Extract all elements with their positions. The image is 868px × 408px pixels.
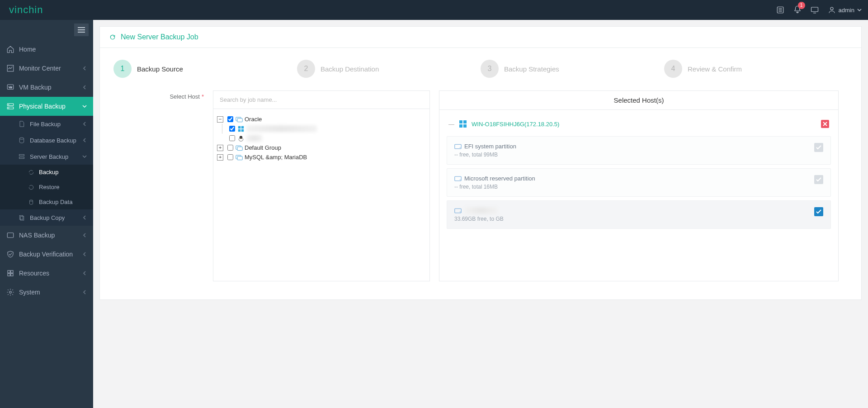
close-icon [823, 122, 827, 126]
remove-host-button[interactable] [821, 120, 829, 128]
sidebar-item-vm[interactable]: VM VM Backup [0, 78, 93, 97]
refresh-icon[interactable] [109, 33, 116, 41]
brand-logo: vinchin [9, 4, 43, 16]
svg-rect-31 [238, 126, 241, 128]
sidebar-label: Database Backup [30, 137, 76, 144]
svg-point-37 [240, 137, 241, 137]
tree-node-default-group[interactable]: + Default Group [217, 143, 426, 152]
tree-checkbox[interactable] [227, 116, 233, 122]
server-icon [18, 153, 25, 160]
sidebar-item-nas[interactable]: NAS Backup [0, 226, 93, 245]
selected-hosts-panel: Selected Host(s) — WIN-O18FSIHHJ6G(172.1… [439, 90, 839, 281]
search-input[interactable] [213, 91, 429, 109]
sidebar-item-system[interactable]: System [0, 283, 93, 302]
notification-badge: 1 [798, 2, 805, 9]
tree-node-host1[interactable]: WIN-O18FSIHHJ6G(172… [227, 124, 426, 133]
step-1[interactable]: 1Backup Source [113, 60, 297, 78]
partition-item[interactable]: EFI system partition -- free, total 99MB [447, 136, 831, 165]
select-host-label: Select Host* [123, 90, 204, 281]
partition-name: EFI system partition [464, 143, 516, 150]
top-bar: vinchin 1 admin [0, 0, 868, 20]
svg-rect-49 [455, 176, 461, 181]
nas-icon [6, 231, 14, 239]
sidebar: Home Monitor Center VM VM Backup Physica… [0, 20, 93, 408]
sidebar-label: Backup Data [39, 199, 72, 205]
tree-node-host2[interactable]: Ora… [227, 133, 426, 143]
tree-node-oracle[interactable]: − Oracle [217, 114, 426, 124]
sidebar-item-verify[interactable]: Backup Verification [0, 245, 93, 264]
chevron-left-icon [82, 233, 87, 237]
tree-checkbox[interactable] [227, 154, 233, 160]
svg-rect-42 [237, 156, 242, 160]
svg-rect-23 [7, 233, 14, 238]
database-icon [18, 137, 25, 144]
sidebar-label: NAS Backup [19, 232, 55, 239]
step-4[interactable]: 4Review & Confirm [664, 60, 848, 78]
windows-icon [459, 120, 467, 128]
svg-point-15 [9, 104, 9, 105]
expand-icon[interactable]: + [217, 145, 223, 151]
svg-rect-7 [78, 27, 85, 28]
monitor-icon[interactable] [811, 6, 819, 14]
sidebar-toggle[interactable] [74, 24, 89, 36]
tree-checkbox[interactable] [229, 126, 235, 132]
svg-rect-21 [19, 215, 23, 219]
windows-icon [237, 126, 245, 132]
chevron-down-icon [82, 104, 87, 109]
svg-rect-45 [459, 124, 462, 128]
expand-icon[interactable]: + [217, 154, 223, 161]
svg-rect-8 [78, 29, 85, 30]
svg-point-38 [241, 137, 242, 137]
sidebar-label: File Backup [30, 121, 61, 128]
chevron-left-icon [82, 252, 87, 256]
tree-node-mysql[interactable]: + MySQL &amp; MariaDB [217, 152, 426, 162]
selected-host-name[interactable]: WIN-O18FSIHHJ6G(172.18.20.5) [472, 121, 559, 128]
sidebar-item-monitor[interactable]: Monitor Center [0, 59, 93, 78]
database-icon [28, 199, 34, 205]
disk-icon [454, 176, 462, 181]
tree-label: Default Group [245, 144, 281, 151]
sidebar-item-restore[interactable]: Restore [0, 180, 93, 195]
group-icon [236, 154, 243, 161]
svg-point-6 [830, 7, 833, 10]
user-icon [828, 6, 836, 14]
svg-rect-47 [455, 144, 461, 149]
sidebar-item-backup[interactable]: Backup [0, 165, 93, 180]
tree-checkbox[interactable] [229, 135, 235, 141]
main-content: New Server Backup Job 1Backup Source 2Ba… [93, 20, 868, 408]
tree-checkbox[interactable] [227, 145, 233, 151]
svg-rect-46 [463, 124, 467, 128]
sidebar-item-file-backup[interactable]: File Backup [0, 116, 93, 132]
partition-name: ████████ [464, 207, 498, 214]
chevron-left-icon [82, 215, 87, 220]
wizard-steps: 1Backup Source 2Backup Destination 3Back… [100, 48, 861, 82]
partition-checkbox-on[interactable] [814, 207, 823, 216]
partition-item[interactable]: Microsoft reserved partition -- free, to… [447, 168, 831, 197]
notifications[interactable]: 1 [793, 5, 802, 15]
svg-point-52 [460, 211, 461, 212]
sidebar-item-backup-copy[interactable]: Backup Copy [0, 209, 93, 226]
step-2[interactable]: 2Backup Destination [297, 60, 481, 78]
list-icon[interactable] [776, 6, 784, 14]
svg-rect-43 [459, 120, 462, 123]
sidebar-item-database-backup[interactable]: Database Backup [0, 132, 93, 148]
sidebar-item-home[interactable]: Home [0, 40, 93, 59]
chevron-left-icon [82, 271, 87, 275]
disk-icon [454, 208, 462, 213]
group-icon [236, 145, 243, 151]
svg-rect-19 [19, 157, 24, 158]
collapse-icon[interactable]: − [217, 116, 223, 123]
restore-icon [28, 184, 34, 190]
partition-item[interactable]: ████████ 33.69GB free, to GB [447, 200, 831, 229]
svg-rect-26 [8, 274, 10, 276]
user-menu[interactable]: admin [828, 6, 862, 14]
tree-label: MySQL &amp; MariaDB [245, 154, 307, 161]
sidebar-item-resources[interactable]: Resources [0, 264, 93, 283]
sidebar-item-physical[interactable]: Physical Backup [0, 97, 93, 116]
sidebar-item-backup-data[interactable]: Backup Data [0, 195, 93, 209]
svg-rect-33 [238, 129, 241, 131]
sidebar-item-server-backup[interactable]: Server Backup [0, 148, 93, 165]
sidebar-label: Restore [39, 184, 60, 190]
step-3[interactable]: 3Backup Strategies [481, 60, 664, 78]
svg-rect-51 [455, 209, 461, 213]
